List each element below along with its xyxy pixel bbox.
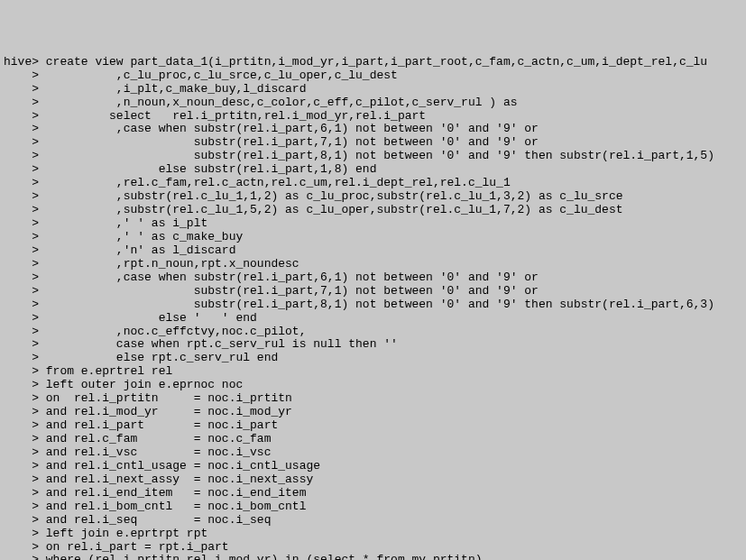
sql-text: substr(rel.i_part,8,1) not between '0' a… [39,149,714,162]
terminal-line: > and rel.i_seq = noc.i_seq [4,514,742,528]
terminal-line: > and rel.i_bom_cntl = noc.i_bom_cntl [4,500,742,514]
continuation-prompt: > [4,311,39,325]
continuation-prompt: > [4,378,39,391]
sql-text: ,c_lu_proc,c_lu_srce,c_lu_oper,c_lu_dest [39,69,398,82]
continuation-prompt: > [4,243,39,257]
terminal-line: > and rel.i_next_assy = noc.i_next_assy [4,473,742,487]
terminal-line: > substr(rel.i_part,7,1) not between '0'… [4,136,742,150]
sql-text: select rel.i_prtitn,rel.i_mod_yr,rel.i_p… [39,109,426,123]
sql-text: ,' ' as c_make_buy [39,230,243,243]
continuation-prompt: > [4,391,39,405]
continuation-prompt: > [4,459,39,473]
continuation-prompt: > [4,405,39,418]
terminal-line: > ,'n' as l_discard [4,244,742,258]
continuation-prompt: > [4,540,39,554]
sql-text: ,substr(rel.c_lu_1,5,2) as c_lu_oper,sub… [39,203,623,216]
continuation-prompt: > [4,513,39,527]
hive-prompt: hive> [4,55,39,69]
continuation-prompt: > [4,364,39,378]
continuation-prompt: > [4,69,39,82]
sql-text: and rel.i_mod_yr = noc.i_mod_yr [39,405,292,418]
continuation-prompt: > [4,298,39,311]
terminal-line: > and rel.i_end_item = noc.i_end_item [4,487,742,500]
terminal-line: > ,' ' as c_make_buy [4,231,742,244]
continuation-prompt: > [4,445,39,459]
terminal-output[interactable]: hive> create view part_data_1(i_prtitn,i… [4,56,742,560]
terminal-line: > ,n_noun,x_noun_desc,c_color,c_eff,c_pi… [4,96,742,110]
terminal-line: > substr(rel.i_part,8,1) not between '0'… [4,150,742,163]
sql-text: ,substr(rel.c_lu_1,1,2) as c_lu_proc,sub… [39,189,623,203]
sql-text: else ' ' end [39,311,257,325]
terminal-line: > and rel.c_fam = noc.c_fam [4,433,742,446]
continuation-prompt: > [4,109,39,123]
continuation-prompt: > [4,271,39,284]
sql-text: and rel.i_cntl_usage = noc.i_cntl_usage [39,459,320,473]
terminal-line: > select rel.i_prtitn,rel.i_mod_yr,rel.i… [4,110,742,124]
terminal-line: > ,' ' as i_plt [4,217,742,231]
sql-text: ,'n' as l_discard [39,243,235,257]
terminal-line: > ,rpt.n_noun,rpt.x_noundesc [4,258,742,271]
continuation-prompt: > [4,162,39,176]
continuation-prompt: > [4,82,39,96]
terminal-line: > and rel.i_cntl_usage = noc.i_cntl_usag… [4,460,742,473]
sql-text: and rel.i_bom_cntl = noc.i_bom_cntl [39,500,306,513]
sql-text: left join e.eprtrpt rpt [39,527,207,540]
continuation-prompt: > [4,432,39,445]
sql-text: substr(rel.i_part,8,1) not between '0' a… [39,298,714,311]
sql-text: ,' ' as i_plt [39,216,207,230]
continuation-prompt: > [4,257,39,271]
terminal-line: > ,c_lu_proc,c_lu_srce,c_lu_oper,c_lu_de… [4,69,742,83]
sql-text: create view part_data_1(i_prtitn,i_mod_y… [39,55,707,69]
continuation-prompt: > [4,337,39,351]
sql-text: else rpt.c_serv_rul end [39,351,278,364]
sql-text: ,case when substr(rel.i_part,6,1) not be… [39,122,539,135]
sql-text: ,n_noun,x_noun_desc,c_color,c_eff,c_pilo… [39,96,518,109]
terminal-line: > left outer join e.eprnoc noc [4,379,742,392]
terminal-line: > substr(rel.i_part,8,1) not between '0'… [4,298,742,312]
continuation-prompt: > [4,527,39,540]
continuation-prompt: > [4,351,39,364]
terminal-line: > else substr(rel.i_part,1,8) end [4,163,742,177]
terminal-line: > ,case when substr(rel.i_part,6,1) not … [4,271,742,285]
terminal-line: > ,substr(rel.c_lu_1,1,2) as c_lu_proc,s… [4,190,742,204]
continuation-prompt: > [4,473,39,486]
sql-text: and rel.c_fam = noc.c_fam [39,432,271,445]
sql-text: and rel.i_end_item = noc.i_end_item [39,486,306,500]
continuation-prompt: > [4,203,39,216]
terminal-line: hive> create view part_data_1(i_prtitn,i… [4,56,742,69]
terminal-line: > left join e.eprtrpt rpt [4,528,742,541]
sql-text: and rel.i_part = noc.i_part [39,418,278,432]
sql-text: ,rpt.n_noun,rpt.x_noundesc [39,257,299,271]
continuation-prompt: > [4,96,39,109]
sql-text: substr(rel.i_part,7,1) not between '0' a… [39,284,539,298]
sql-text: substr(rel.i_part,7,1) not between '0' a… [39,135,539,149]
continuation-prompt: > [4,418,39,432]
continuation-prompt: > [4,284,39,298]
continuation-prompt: > [4,176,39,189]
terminal-line: > and rel.i_mod_yr = noc.i_mod_yr [4,406,742,419]
sql-text: and rel.i_vsc = noc.i_vsc [39,445,271,459]
sql-text: on rel.i_prtitn = noc.i_prtitn [39,391,292,405]
terminal-line: > substr(rel.i_part,7,1) not between '0'… [4,285,742,298]
terminal-line: > ,noc.c_effctvy,noc.c_pilot, [4,326,742,339]
continuation-prompt: > [4,486,39,500]
continuation-prompt: > [4,135,39,149]
sql-text: from e.eprtrel rel [39,364,172,378]
continuation-prompt: > [4,122,39,135]
continuation-prompt: > [4,230,39,243]
terminal-line: > ,substr(rel.c_lu_1,5,2) as c_lu_oper,s… [4,204,742,217]
terminal-line: > case when rpt.c_serv_rul is null then … [4,338,742,352]
continuation-prompt: > [4,149,39,162]
terminal-line: > and rel.i_part = noc.i_part [4,419,742,433]
continuation-prompt: > [4,553,39,560]
terminal-line: > on rel.i_prtitn = noc.i_prtitn [4,392,742,406]
continuation-prompt: > [4,325,39,338]
terminal-line: > else rpt.c_serv_rul end [4,352,742,365]
sql-text: ,noc.c_effctvy,noc.c_pilot, [39,325,306,338]
sql-text: on rel.i_part = rpt.i_part [39,540,229,554]
continuation-prompt: > [4,216,39,230]
terminal-line: > ,case when substr(rel.i_part,6,1) not … [4,123,742,136]
terminal-line: > and rel.i_vsc = noc.i_vsc [4,446,742,460]
terminal-line: > on rel.i_part = rpt.i_part [4,541,742,555]
terminal-line: > where (rel.i_prtitn,rel.i_mod_yr) in (… [4,554,742,560]
